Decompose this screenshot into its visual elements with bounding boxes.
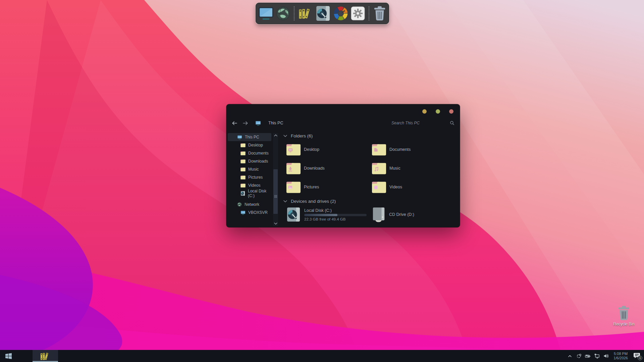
trash-icon [618,306,630,320]
dock-file-explorer-button[interactable] [298,5,313,22]
arrow-right-icon [243,121,248,125]
sidebar-item-videos[interactable]: Videos [228,181,271,189]
drive-tile-cd[interactable]: CD Drive (D:) [372,206,457,223]
dock-trash-button[interactable] [373,5,386,22]
scrollbar-grip-icon [274,195,277,198]
this-pc-monitor-icon [258,7,274,20]
dock-disk-button[interactable] [315,5,331,22]
start-button[interactable] [0,350,17,362]
battery-tray-button[interactable] [585,353,591,359]
dock-network-button[interactable] [276,5,290,22]
dock-settings-button[interactable] [351,5,365,22]
breadcrumb[interactable]: This PC [268,121,283,125]
folder-icon [240,143,246,147]
folder-icon [372,181,386,193]
search-icon[interactable] [450,121,454,125]
sidebar-item-vboxsvr[interactable]: VBOXSVR [228,208,271,217]
chevron-up-icon [274,134,277,137]
folder-tile-pictures[interactable]: Pictures [286,178,372,196]
notification-center-button[interactable]: 1 [633,352,641,360]
folder-icon [240,159,246,164]
file-binders-icon [40,351,51,361]
search-box [390,119,456,127]
folder-icon [286,143,301,156]
sidebar-item-network[interactable]: Network [228,200,271,208]
folder-icon [372,162,386,175]
sidebar-item-music[interactable]: Music [228,165,271,173]
disk-usage-fill [304,214,337,216]
folder-tile-music[interactable]: Music [372,159,457,178]
cd-drive-icon [372,207,386,222]
explorer-toolbar: This PC [226,118,460,128]
network-tray-button[interactable] [594,353,600,359]
dock-color-wheel-button[interactable] [333,5,348,22]
drives-grid: Local Disk (C:) 22.3 GB free of 49.4 GB … [286,206,457,223]
folder-icon [372,143,386,156]
disk-free-text: 22.3 GB free of 49.4 GB [304,217,367,221]
folders-grid: Desktop Documents Downloads Music Pictur… [286,140,457,196]
back-button[interactable] [230,119,238,127]
volume-tray-button[interactable] [603,353,609,359]
sidebar-scrollbar[interactable] [273,133,278,226]
hard-disk-icon [315,6,331,21]
sidebar-item-pictures[interactable]: Pictures [228,173,271,181]
scroll-down-button[interactable] [273,221,278,226]
content-pane: Folders (6) Desktop Documents Downloads [280,133,460,227]
explorer-body: This PC Desktop Documents Downloads Musi… [226,133,460,227]
system-tray: 5:08 PM 1/6/2026 1 [567,350,644,362]
folder-icon [240,167,246,172]
forward-button[interactable] [241,119,249,127]
disk-usage-bar [304,214,367,216]
settings-gear-icon [351,6,365,20]
drive-tile-local-disk[interactable]: Local Disk (C:) 22.3 GB free of 49.4 GB [286,206,372,223]
devices-section-header[interactable]: Devices and drives (2) [283,198,336,204]
hard-disk-icon [286,207,301,222]
sidebar-item-desktop[interactable]: Desktop [228,141,271,149]
folder-icon [240,183,246,188]
folder-tile-desktop[interactable]: Desktop [286,140,372,159]
folders-section-header[interactable]: Folders (6) [283,133,313,138]
sidebar-item-this-pc[interactable]: This PC [228,133,271,141]
virtualbox-icon [576,353,582,359]
folder-icon [240,151,246,156]
hidden-icons-button[interactable] [567,353,573,359]
minimize-button[interactable] [422,109,427,114]
recycle-bin-label: Recycle Bin [611,322,637,326]
clock-time: 5:08 PM [613,352,628,356]
close-button[interactable] [449,109,453,114]
sidebar-item-downloads[interactable]: Downloads [228,157,271,165]
virtualbox-tray-button[interactable] [576,353,582,359]
scrollbar-thumb[interactable] [273,169,278,214]
location-monitor-icon [255,121,261,126]
dock-separator [294,6,294,20]
scroll-up-button[interactable] [273,133,278,138]
clock-date: 1/6/2026 [613,356,628,360]
file-binders-icon [298,7,313,20]
dock-this-pc-button[interactable] [258,5,274,22]
folder-icon [286,181,301,193]
folder-icon [240,175,246,180]
notification-badge: 1 [638,356,642,360]
folder-tile-videos[interactable]: Videos [372,178,457,196]
taskbar: 5:08 PM 1/6/2026 1 [0,350,644,362]
window-titlebar[interactable] [226,104,460,118]
navigation-pane: This PC Desktop Documents Downloads Musi… [226,133,273,227]
folder-tile-downloads[interactable]: Downloads [286,159,372,178]
chevron-up-icon [567,353,573,359]
battery-icon [585,353,591,359]
recycle-bin-shortcut[interactable]: Recycle Bin [611,306,637,326]
file-explorer-window: This PC This PC Desktop Documents Downlo… [226,104,460,227]
network-icon [594,353,600,359]
folder-tile-documents[interactable]: Documents [372,140,457,159]
clock[interactable]: 5:08 PM 1/6/2026 [612,352,629,360]
taskbar-file-explorer-button[interactable] [33,350,58,362]
monitor-icon [237,135,242,139]
windows-logo-icon [5,353,12,360]
dock-separator [369,6,369,20]
chevron-down-icon [283,134,287,137]
sidebar-item-documents[interactable]: Documents [228,149,271,157]
color-wheel-icon [333,6,348,21]
search-input[interactable] [390,119,456,127]
sidebar-item-local-disk[interactable]: Local Disk (C:) [228,189,271,197]
maximize-button[interactable] [436,109,440,114]
